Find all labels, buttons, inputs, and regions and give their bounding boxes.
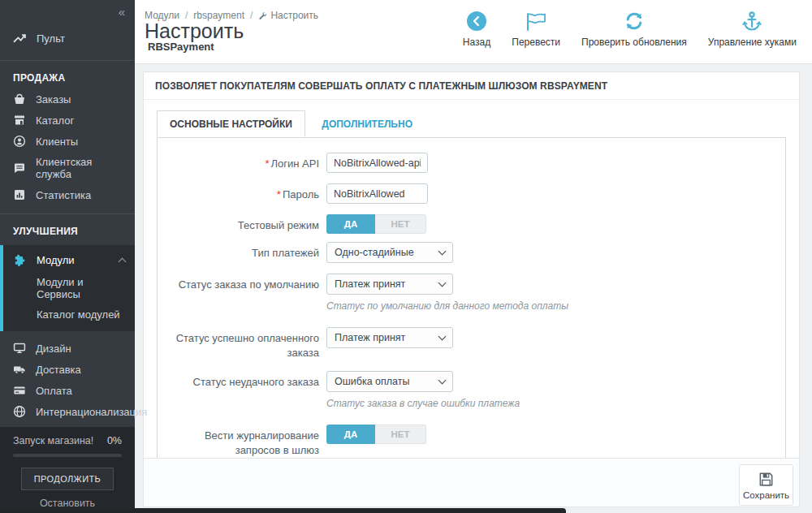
toggle-no[interactable]: НЕТ <box>375 214 426 234</box>
sidebar-item-stats[interactable]: Статистика <box>0 184 135 205</box>
api-login-input[interactable] <box>326 153 428 173</box>
globe-icon <box>13 405 26 418</box>
sidebar-item-label: Оплата <box>36 385 72 397</box>
onboarding-title: Запуск магазина! <box>13 435 93 446</box>
form-row-password: *Пароль <box>158 183 769 204</box>
field-label: Тип платежей <box>158 242 326 263</box>
password-input[interactable] <box>326 183 428 204</box>
sidebar-item-international[interactable]: Интернационализация <box>0 401 135 422</box>
breadcrumb-item-configure: Настроить <box>258 10 318 21</box>
field-label: Статус успешно оплаченного заказа <box>158 327 326 360</box>
form-row-api-login: *Логин API <box>158 153 769 173</box>
required-mark: * <box>277 188 281 200</box>
logging-toggle[interactable]: ДА НЕТ <box>326 425 426 444</box>
sidebar-item-label: Дизайн <box>36 343 71 355</box>
sidebar-item-label: Клиентская служба <box>36 156 122 180</box>
field-label: *Пароль <box>158 183 326 204</box>
page-title: Настроить <box>145 21 244 41</box>
sidebar-item-customer-service[interactable]: Клиентская служба <box>0 152 135 184</box>
sidebar-item-shipping[interactable]: Доставка <box>0 359 135 380</box>
back-icon <box>463 10 490 32</box>
select-value: Платеж принят <box>335 278 439 290</box>
sidebar-item-modules-catalog[interactable]: Каталог модулей <box>3 304 135 325</box>
person-circle-icon <box>13 135 26 148</box>
onboarding-percent: 0% <box>107 435 122 446</box>
toggle-no[interactable]: НЕТ <box>375 425 426 444</box>
back-button[interactable]: Назад <box>452 10 501 48</box>
credit-card-icon <box>13 384 26 397</box>
puzzle-icon <box>13 253 27 267</box>
field-label: *Логин API <box>158 153 326 173</box>
fail-status-select[interactable]: Ошибка оплаты <box>326 371 453 392</box>
manage-hooks-button[interactable]: Управление хуками <box>698 10 807 48</box>
module-description: ПОЗВОЛЯЕТ ПОКУПАТЕЛЯМ СОВЕРШАТЬ ОПЛАТУ С… <box>144 72 799 100</box>
sidebar-item-orders[interactable]: Заказы <box>0 88 135 110</box>
select-value: Одно-стадийные <box>335 247 439 258</box>
panel-footer: Сохранить <box>144 458 799 507</box>
field-label: Тестовый режим <box>158 214 326 234</box>
field-label: Вести журналирование запросов в шлюз <box>158 425 326 457</box>
sidebar-modules-block: Модули Модули и Сервисы Каталог модулей <box>0 245 135 331</box>
monitor-icon <box>13 342 26 355</box>
module-config-panel: ПОЗВОЛЯЕТ ПОКУПАТЕЛЯМ СОВЕРШАТЬ ОПЛАТУ С… <box>143 71 800 507</box>
tab-additional[interactable]: ДОПОЛНИТЕЛЬНО <box>309 110 425 137</box>
window-bottom-edge <box>0 508 566 513</box>
trending-up-icon <box>13 32 27 45</box>
tabs: ОСНОВНЫЕ НАСТРОЙКИ ДОПОЛНИТЕЛЬНО <box>157 110 786 137</box>
onboarding-stop-link[interactable]: Остановить <box>13 498 122 509</box>
header-actions: Назад Перевести Проверить обновления Упр… <box>452 10 807 48</box>
field-label: Статус заказа по умолчанию <box>158 274 326 312</box>
sidebar-item-catalog[interactable]: Каталог <box>0 110 135 131</box>
field-label: Статус неудачного заказа <box>158 371 326 409</box>
truck-icon <box>13 363 26 376</box>
sidebar-item-label: Модули <box>37 254 75 266</box>
anchor-icon <box>708 10 797 32</box>
chevron-down-icon <box>438 333 447 341</box>
bar-chart-icon <box>13 188 26 201</box>
sidebar-item-label: Каталог <box>36 114 74 127</box>
sidebar-section-sales: ПРОДАЖА <box>0 61 135 88</box>
chevron-down-icon <box>438 279 447 287</box>
tab-main-settings[interactable]: ОСНОВНЫЕ НАСТРОЙКИ <box>157 110 305 137</box>
sidebar: « Пульт ПРОДАЖА Заказы Каталог Клиенты К… <box>0 0 135 513</box>
field-hint: Статус по умолчанию для данного метода о… <box>326 300 769 312</box>
sidebar-collapse-button[interactable]: « <box>0 0 135 19</box>
sidebar-item-label: Заказы <box>36 93 71 106</box>
form-row-logging: Вести журналирование запросов в шлюз ДА … <box>158 425 769 457</box>
chat-icon <box>13 162 26 175</box>
success-status-select[interactable]: Платеж принят <box>326 327 453 348</box>
field-hint: Статус заказа в случае ошибки платежа <box>326 398 769 409</box>
breadcrumb-separator: / <box>250 10 253 21</box>
select-value: Платеж принят <box>335 332 439 343</box>
chevron-down-icon <box>438 248 447 256</box>
sidebar-item-customers[interactable]: Клиенты <box>0 131 135 152</box>
select-value: Ошибка оплаты <box>335 376 439 387</box>
toggle-yes[interactable]: ДА <box>326 214 375 234</box>
basket-icon <box>13 93 26 106</box>
save-icon <box>758 471 775 488</box>
translate-button[interactable]: Перевести <box>501 10 571 48</box>
flag-icon <box>512 10 560 32</box>
chevron-down-icon <box>438 377 447 385</box>
onboarding-progress-bar <box>13 454 122 457</box>
sidebar-item-modules-services[interactable]: Модули и Сервисы <box>3 272 135 304</box>
toggle-yes[interactable]: ДА <box>326 425 375 444</box>
refresh-icon <box>581 10 687 32</box>
sidebar-item-label: Доставка <box>36 364 81 376</box>
check-updates-button[interactable]: Проверить обновления <box>571 10 698 48</box>
collapse-icon: « <box>119 5 123 19</box>
sidebar-item-modules[interactable]: Модули <box>3 248 135 272</box>
payment-type-select[interactable]: Одно-стадийные <box>326 242 453 263</box>
sidebar-item-payment[interactable]: Оплата <box>0 380 135 401</box>
form-row-fail-status: Статус неудачного заказа Ошибка оплаты С… <box>158 371 769 409</box>
default-status-select[interactable]: Платеж принят <box>326 274 453 295</box>
form-row-success-status: Статус успешно оплаченного заказа Платеж… <box>158 327 769 360</box>
test-mode-toggle[interactable]: ДА НЕТ <box>326 214 426 234</box>
onboarding-continue-button[interactable]: ПРОДОЛЖИТЬ <box>21 468 114 490</box>
store-icon <box>13 114 26 127</box>
sidebar-item-design[interactable]: Дизайн <box>0 338 135 359</box>
required-mark: * <box>265 157 269 170</box>
wrench-icon <box>258 11 267 20</box>
save-button[interactable]: Сохранить <box>739 464 793 506</box>
sidebar-item-dashboard[interactable]: Пульт <box>0 19 135 60</box>
